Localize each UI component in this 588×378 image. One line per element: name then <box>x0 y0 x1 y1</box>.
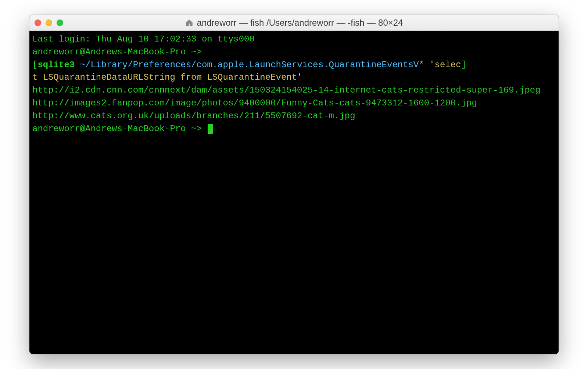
terminal-window: andreworr — fish /Users/andreworr — -fis… <box>29 15 559 354</box>
prompt-line-1: andreworr@Andrews-MacBook-Pro ~> <box>32 47 202 57</box>
last-login-line: Last login: Thu Aug 10 17:02:33 on ttys0… <box>32 34 255 44</box>
home-icon <box>185 19 193 27</box>
close-bracket: ] <box>461 60 466 70</box>
prompt-line-2: andreworr@Andrews-MacBook-Pro ~> <box>32 124 207 134</box>
close-button[interactable] <box>35 19 41 26</box>
maximize-button[interactable] <box>57 19 63 26</box>
window-titlebar[interactable]: andreworr — fish /Users/andreworr — -fis… <box>29 15 559 31</box>
output-url-3: http://www.cats.org.uk/uploads/branches/… <box>32 111 355 121</box>
output-url-2: http://images2.fanpop.com/image/photos/9… <box>32 98 477 108</box>
terminal-body[interactable]: Last login: Thu Aug 10 17:02:33 on ttys0… <box>29 31 559 354</box>
cmd-query-1: 'selec <box>424 60 461 70</box>
window-title-group: andreworr — fish /Users/andreworr — -fis… <box>185 18 403 28</box>
traffic-lights <box>35 19 63 26</box>
cmd-query-2: t LSQuarantineDataURLString from LSQuara… <box>32 72 302 82</box>
cmd-space <box>75 60 80 70</box>
cmd-sqlite3: sqlite3 <box>37 60 75 70</box>
cursor <box>208 124 213 134</box>
window-title: andreworr — fish /Users/andreworr — -fis… <box>197 18 403 28</box>
cmd-path: /Library/Preferences/com.apple.LaunchSer… <box>85 60 419 70</box>
minimize-button[interactable] <box>46 19 52 26</box>
cmd-tilde: ~ <box>80 60 85 70</box>
cmd-star: * <box>419 60 424 70</box>
open-bracket: [ <box>32 60 37 70</box>
output-url-1: http://i2.cdn.cnn.com/cnnnext/dam/assets… <box>32 85 541 95</box>
